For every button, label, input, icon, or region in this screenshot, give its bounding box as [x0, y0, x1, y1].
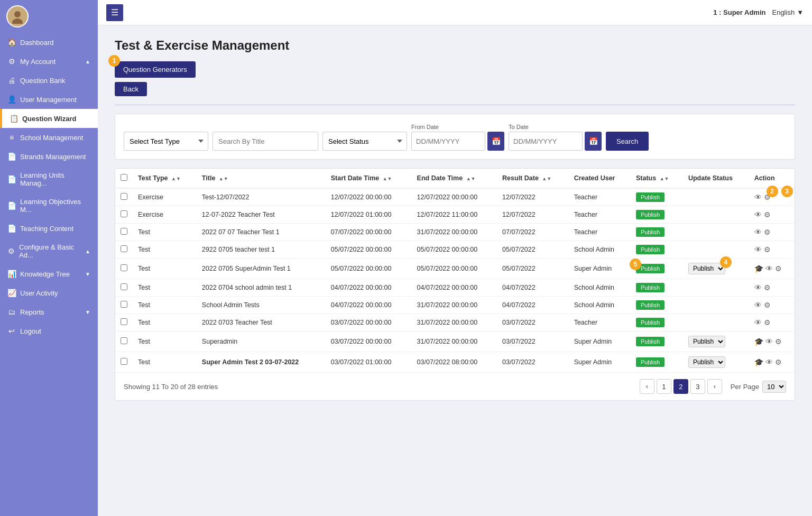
cell-start-date: 12/07/2022 01:00:00 — [326, 206, 412, 224]
sidebar-item-logout[interactable]: ↩ Logout — [0, 321, 98, 340]
sidebar-item-my-account[interactable]: ⚙ My Account ▲ — [0, 52, 98, 71]
cell-test-type: Test — [133, 297, 197, 314]
view-icon[interactable]: 👁 — [754, 301, 762, 309]
next-page-button[interactable]: › — [707, 379, 722, 394]
avatar — [6, 5, 29, 27]
view-icon[interactable]: 👁 — [765, 264, 773, 273]
sort-icon-test-type[interactable]: ▲▼ — [171, 177, 181, 181]
view-icon[interactable]: 👁 — [754, 245, 762, 254]
cell-test-type: Test — [133, 224, 197, 241]
current-user-label: 1 : Super Admin — [713, 8, 765, 16]
sort-icon-result[interactable]: ▲▼ — [542, 177, 551, 181]
sidebar-item-configure[interactable]: ⚙ Configure & Basic Ad... ▲ — [0, 238, 98, 264]
row-checkbox[interactable] — [121, 358, 127, 365]
sort-icon-start[interactable]: ▲▼ — [383, 177, 392, 181]
teach-icon[interactable]: 🎓 — [754, 337, 763, 346]
sort-icon-status[interactable]: ▲▼ — [660, 177, 669, 181]
view-icon[interactable]: 👁 — [765, 337, 773, 346]
sidebar-item-strands-management[interactable]: 📄 Strands Management — [0, 147, 98, 166]
back-button[interactable]: Back — [115, 82, 147, 96]
view-icon[interactable]: 👁 — [765, 358, 773, 366]
sort-icon-title[interactable]: ▲▼ — [219, 177, 228, 181]
sidebar-item-question-bank[interactable]: 🖨 Question Bank — [0, 71, 98, 90]
sidebar-item-label: Strands Management — [20, 153, 86, 161]
update-status-select[interactable]: Publish — [688, 336, 725, 347]
page-2-button[interactable]: 2 — [673, 379, 688, 394]
cell-result-date: 05/07/2022 — [497, 259, 569, 279]
edit-icon[interactable]: ⚙ — [764, 228, 771, 236]
cell-start-date: 04/07/2022 00:00:00 — [326, 279, 412, 297]
from-date-input[interactable] — [411, 132, 485, 151]
view-icon[interactable]: 👁 — [754, 210, 762, 219]
sidebar-item-label: User Management — [20, 96, 77, 104]
teach-icon[interactable]: 🎓 — [754, 358, 763, 366]
cell-update-status: Publish — [683, 352, 749, 373]
cell-start-date: 03/07/2022 00:00:00 — [326, 314, 412, 331]
view-icon[interactable]: 👁 — [754, 318, 762, 327]
teach-icon[interactable]: 🎓 — [754, 264, 763, 273]
row-checkbox[interactable] — [121, 337, 127, 344]
per-page-select[interactable]: 10 20 50 — [762, 381, 786, 393]
sort-icon-end[interactable]: ▲▼ — [466, 177, 476, 181]
edit-icon[interactable]: ⚙ — [764, 245, 771, 254]
edit-icon[interactable]: ⚙ — [775, 358, 782, 366]
row-checkbox[interactable] — [121, 283, 127, 290]
table-row: TestSchool Admin Tests04/07/2022 00:00:0… — [115, 297, 795, 314]
edit-icon[interactable]: ⚙ — [775, 337, 782, 346]
update-status-select[interactable]: Publish — [688, 263, 725, 274]
sidebar-item-reports[interactable]: 🗂 Reports ▼ — [0, 302, 98, 321]
view-icon[interactable]: 👁 — [754, 283, 762, 292]
edit-icon[interactable]: ⚙ — [764, 283, 771, 292]
sidebar-item-question-wizard[interactable]: 📋 Question Wizard — [0, 109, 98, 128]
table-row: ExerciseTest-12/07/202212/07/2022 00:00:… — [115, 188, 795, 206]
edit-icon[interactable]: ⚙ — [764, 210, 771, 219]
cell-end-date: 12/07/2022 00:00:00 — [412, 188, 497, 206]
cell-result-date: 03/07/2022 — [497, 331, 569, 352]
cell-status: Publish — [631, 314, 683, 331]
cell-action: 👁⚙ — [749, 297, 795, 314]
knowledge-icon: 📊 — [7, 270, 16, 278]
sidebar-item-user-activity[interactable]: 📈 User Activity — [0, 283, 98, 302]
edit-icon[interactable]: ⚙ — [764, 318, 771, 327]
activity-icon: 📈 — [7, 289, 16, 297]
sidebar-item-learning-units[interactable]: 📄 Learning Units Manag... — [0, 166, 98, 192]
test-type-select[interactable]: Select Test Type — [124, 132, 208, 151]
edit-icon[interactable]: ⚙ — [775, 264, 782, 273]
view-icon[interactable]: 👁 — [754, 228, 762, 236]
row-checkbox[interactable] — [121, 228, 127, 235]
section-divider — [115, 105, 795, 105]
language-selector[interactable]: English ▼ — [772, 8, 804, 16]
wizard-icon: 📋 — [10, 114, 18, 123]
status-select[interactable]: Select Status — [322, 132, 407, 151]
sidebar-item-user-management[interactable]: 👤 User Management — [0, 90, 98, 109]
update-status-select[interactable]: Publish — [688, 356, 725, 368]
row-checkbox[interactable] — [121, 193, 127, 200]
row-checkbox[interactable] — [121, 301, 127, 308]
to-date-calendar-button[interactable]: 📅 — [585, 132, 602, 151]
sidebar-item-teaching-content[interactable]: 📄 Teaching Content — [0, 219, 98, 238]
edit-icon[interactable]: ⚙ — [764, 301, 771, 309]
from-date-calendar-button[interactable]: 📅 — [487, 132, 504, 151]
chevron-down-icon: ▲ — [85, 59, 90, 64]
action-icons: 👁⚙ — [754, 210, 789, 219]
sidebar-item-learning-objectives[interactable]: 📄 Learning Objectives M... — [0, 192, 98, 219]
prev-page-button[interactable]: ‹ — [640, 379, 654, 394]
sidebar-item-school-management[interactable]: ≡ School Management — [0, 128, 98, 147]
row-checkbox[interactable] — [121, 245, 127, 252]
sidebar-item-knowledge-tree[interactable]: 📊 Knowledge Tree ▼ — [0, 264, 98, 283]
menu-toggle-button[interactable]: ☰ — [106, 4, 123, 21]
view-icon[interactable]: 👁 — [754, 193, 762, 201]
filter-test-type-wrapper: Select Test Type — [124, 132, 208, 151]
row-checkbox[interactable] — [121, 318, 127, 325]
action-icons: 👁⚙ — [754, 245, 789, 254]
page-3-button[interactable]: 3 — [690, 379, 705, 394]
row-checkbox[interactable] — [121, 264, 127, 271]
to-date-input[interactable] — [509, 132, 583, 151]
search-button[interactable]: Search — [606, 132, 649, 151]
select-all-checkbox[interactable] — [121, 174, 127, 181]
row-checkbox[interactable] — [121, 210, 127, 217]
search-input[interactable] — [213, 132, 318, 151]
page-1-button[interactable]: 1 — [657, 379, 671, 394]
question-generators-button[interactable]: Question Generators — [115, 61, 196, 78]
sidebar-item-dashboard[interactable]: 🏠 Dashboard — [0, 33, 98, 52]
